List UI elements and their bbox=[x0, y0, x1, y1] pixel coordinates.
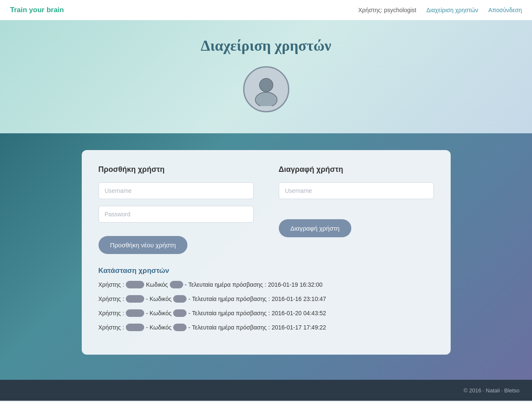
last-access-label: Τελευταία ημέρα πρόσβασης bbox=[192, 296, 267, 302]
user-label: Χρήστης bbox=[99, 281, 121, 288]
last-access-value: 2016-01-16 23:10:47 bbox=[272, 296, 326, 302]
status-section: Κατάσταση χρηστών Χρήστης: Κωδικός - Τελ… bbox=[99, 267, 434, 331]
add-password-input[interactable] bbox=[99, 206, 254, 223]
forms-row: Προσθήκη χρήστη Προσθήκη νέου χρήστη Δια… bbox=[99, 165, 434, 254]
nav-manage-link[interactable]: Διαχείριση χρηστών bbox=[426, 7, 478, 13]
add-user-heading: Προσθήκη χρήστη bbox=[99, 165, 254, 174]
masked-username bbox=[126, 324, 144, 331]
footer: © 2016 · Natali · Bletso bbox=[0, 380, 532, 401]
code-label: Κωδικός bbox=[150, 310, 171, 316]
navbar: Train your brain Χρήστης: psychologist Δ… bbox=[0, 0, 532, 20]
delete-username-input[interactable] bbox=[279, 182, 434, 199]
page-title: Διαχείριση χρηστών bbox=[201, 37, 331, 54]
separator: - bbox=[185, 281, 187, 288]
delete-user-col: Διαγραφή χρήστη Διαγραφή χρήστη bbox=[279, 165, 434, 254]
user-label: Χρήστης bbox=[99, 296, 121, 302]
masked-username bbox=[126, 295, 144, 303]
masked-username bbox=[126, 309, 144, 317]
delete-user-button[interactable]: Διαγραφή χρήστη bbox=[279, 219, 351, 237]
nav-logout-link[interactable]: Αποσύνδεση bbox=[488, 7, 522, 13]
hero-section: Διαχείριση χρηστών bbox=[0, 20, 532, 133]
last-access-value: 2016-01-20 04:43:52 bbox=[272, 310, 326, 316]
main-section: Προσθήκη χρήστη Προσθήκη νέου χρήστη Δια… bbox=[0, 133, 532, 380]
separator: - bbox=[188, 324, 190, 331]
nav-links: Χρήστης: psychologist Διαχείριση χρηστών… bbox=[358, 7, 522, 13]
avatar bbox=[243, 66, 289, 112]
svg-point-1 bbox=[255, 92, 277, 106]
code-label: Κωδικός bbox=[146, 281, 168, 288]
footer-text: © 2016 · Natali · Bletso bbox=[464, 387, 519, 394]
add-username-input[interactable] bbox=[99, 182, 254, 199]
masked-code bbox=[173, 324, 187, 331]
user-label: Χρήστης bbox=[99, 324, 121, 331]
table-row: Χρήστης: Κωδικός - Τελευταία ημέρα πρόσβ… bbox=[99, 281, 434, 288]
masked-code bbox=[170, 281, 183, 288]
masked-code bbox=[173, 295, 187, 303]
separator: - bbox=[188, 296, 190, 302]
code-label: Κωδικός bbox=[150, 296, 171, 302]
last-access-label: Τελευταία ημέρα πρόσβασης bbox=[192, 310, 267, 316]
separator: - bbox=[146, 324, 148, 331]
separator: - bbox=[188, 310, 190, 316]
last-access-label: Τελευταία ημέρα πρόσβασης bbox=[192, 324, 267, 331]
masked-code bbox=[173, 309, 187, 317]
last-access-label: Τελευταία ημέρα πρόσβασης bbox=[188, 281, 263, 288]
code-label: Κωδικός bbox=[150, 324, 171, 331]
last-access-value: 2016-01-17 17:49:22 bbox=[272, 324, 326, 331]
separator: - bbox=[146, 310, 148, 316]
content-card: Προσθήκη χρήστη Προσθήκη νέου χρήστη Δια… bbox=[82, 150, 451, 355]
user-label: Χρήστης bbox=[99, 310, 121, 316]
status-heading: Κατάσταση χρηστών bbox=[99, 267, 434, 275]
avatar-icon bbox=[249, 73, 283, 106]
brand-logo[interactable]: Train your brain bbox=[10, 6, 64, 14]
nav-user-label: Χρήστης: psychologist bbox=[358, 7, 416, 13]
masked-username bbox=[126, 281, 144, 288]
last-access-value: 2016-01-19 16:32:00 bbox=[268, 281, 322, 288]
separator: - bbox=[146, 296, 148, 302]
add-user-button[interactable]: Προσθήκη νέου χρήστη bbox=[99, 236, 188, 254]
delete-user-heading: Διαγραφή χρήστη bbox=[279, 165, 434, 174]
table-row: Χρήστης: - Κωδικός - Τελευταία ημέρα πρό… bbox=[99, 309, 434, 317]
svg-point-0 bbox=[260, 78, 273, 92]
table-row: Χρήστης: - Κωδικός - Τελευταία ημέρα πρό… bbox=[99, 295, 434, 303]
add-user-col: Προσθήκη χρήστη Προσθήκη νέου χρήστη bbox=[99, 165, 254, 254]
table-row: Χρήστης: - Κωδικός - Τελευταία ημέρα πρό… bbox=[99, 324, 434, 331]
